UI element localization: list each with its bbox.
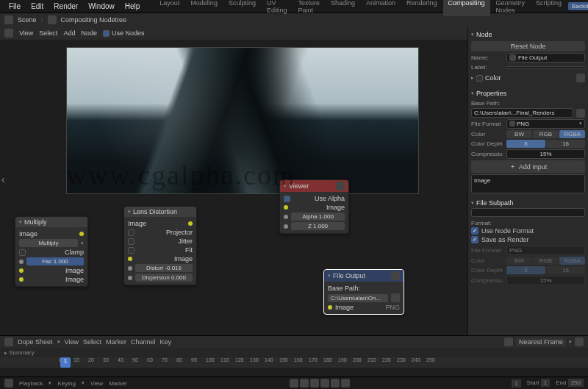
jump-end-icon[interactable] <box>341 379 350 388</box>
projector-checkbox[interactable] <box>128 229 135 236</box>
viewer-z-field[interactable]: Z 1.000 <box>291 222 345 230</box>
use-node-format-checkbox[interactable]: ✓ <box>471 227 478 235</box>
workspace-tab-sculpting[interactable]: Sculpting <box>223 0 261 16</box>
workspace-tab-rendering[interactable]: Rendering <box>401 0 442 16</box>
menu-help[interactable]: Help <box>121 1 145 12</box>
dispersion-field[interactable]: Dispersion 0.000 <box>135 274 193 282</box>
file-out-image-socket[interactable]: Image <box>335 304 354 311</box>
node-lens-distortion[interactable]: ▾ Lens Distortion Image Projector Jitter… <box>123 206 197 285</box>
workspace-tab-uv-editing[interactable]: UV Editing <box>262 0 293 16</box>
socket-in-image2[interactable]: Image <box>65 276 84 283</box>
sb-view[interactable]: View <box>90 380 103 387</box>
props-basepath-input[interactable]: C:\Users\alan\...Final_Renders <box>471 108 573 118</box>
workspace-tab-animation[interactable]: Animation <box>361 0 401 16</box>
menu-file[interactable]: File <box>4 1 25 12</box>
workspace-tab-compositing[interactable]: Compositing <box>443 0 490 16</box>
seg-option[interactable]: BW <box>506 130 532 138</box>
chevron-right-icon[interactable]: ▸ <box>4 350 7 355</box>
viewer-pin-icon[interactable] <box>336 182 345 190</box>
nh-view[interactable]: View <box>19 29 33 37</box>
nodetree-name[interactable]: Compositing Nodetree <box>61 16 127 24</box>
base-path-field[interactable]: C:\Users\alan\On... <box>328 294 388 302</box>
node-multiply[interactable]: ▾ Multiply Image Multiply▾ Clamp Fac 1.0… <box>15 216 88 287</box>
menu-edit[interactable]: Edit <box>26 1 48 12</box>
menu-window[interactable]: Window <box>84 1 119 12</box>
viewer-alpha-field[interactable]: Alpha 1.000 <box>291 213 345 221</box>
tl-marker[interactable]: Marker <box>106 338 126 346</box>
start-frame-input[interactable]: 1 <box>541 379 550 387</box>
node-viewer-header[interactable]: ▾ Viewer <box>280 180 348 192</box>
seg-option[interactable]: RGBA <box>559 130 585 138</box>
folder-icon[interactable] <box>391 293 400 302</box>
panel-properties-header[interactable]: Properties <box>476 90 506 97</box>
distort-field[interactable]: Distort -0.016 <box>135 264 193 272</box>
chevron-down-icon[interactable]: ▾ <box>128 209 131 215</box>
panel-menu-icon[interactable] <box>576 74 585 82</box>
seg-option[interactable]: BW <box>506 257 532 265</box>
summary-label[interactable]: Summary <box>9 349 34 356</box>
timeline-track[interactable]: ▸ Summary 1 0102030405060708090100110120… <box>0 348 588 376</box>
workspace-tab-geometry-nodes[interactable]: Geometry Nodes <box>491 0 531 16</box>
file-subpath-header[interactable]: File Subpath <box>476 199 514 207</box>
file-format-select[interactable]: PNG <box>517 121 529 127</box>
node-lens-header[interactable]: ▾ Lens Distortion <box>124 207 196 217</box>
snap-icon[interactable] <box>504 338 513 346</box>
list-item[interactable]: Image <box>474 177 490 184</box>
lens-in-image[interactable]: Image <box>174 255 193 263</box>
end-frame-input[interactable]: 250 <box>568 379 584 387</box>
play-reverse-icon[interactable] <box>310 379 319 388</box>
panel-color-header[interactable]: Color <box>485 74 501 82</box>
viewer-in-image[interactable]: Image <box>326 204 345 211</box>
folder-icon[interactable] <box>576 109 585 118</box>
tl-key[interactable]: Key <box>159 338 171 346</box>
name-input[interactable]: File Output <box>518 54 547 61</box>
compositor-editor[interactable]: View Select Add Node Use Nodes ‹ www.cga… <box>0 26 467 335</box>
scene-data-icon[interactable] <box>4 15 13 24</box>
seg-option[interactable]: RGB <box>533 130 559 138</box>
file-output-settings-icon[interactable] <box>391 271 400 280</box>
input-list[interactable]: Image <box>471 174 585 193</box>
color-enable-checkbox[interactable] <box>476 75 483 82</box>
scene-name[interactable]: Scene <box>18 16 37 24</box>
menu-render[interactable]: Render <box>49 1 82 12</box>
clamp-checkbox[interactable] <box>19 249 26 256</box>
sidebar-collapse-icon[interactable]: ‹ <box>1 174 5 185</box>
add-input-button[interactable]: ＋Add Input <box>471 160 585 173</box>
blend-mode-select[interactable]: Multiply <box>19 239 78 247</box>
workspace-tab-scripting[interactable]: Scripting <box>531 0 567 16</box>
snap-mode-select[interactable]: Nearest Frame <box>516 338 566 346</box>
fac-field[interactable]: Fac 1.000 <box>26 257 84 265</box>
node-file-output-header[interactable]: ▾ File Output <box>324 270 404 282</box>
chevron-down-icon[interactable]: ▾ <box>328 273 331 279</box>
tl-view[interactable]: View <box>65 338 79 346</box>
use-nodes-checkbox[interactable] <box>103 30 110 37</box>
panel-node-header[interactable]: Node <box>476 31 492 38</box>
sb-marker[interactable]: Marker <box>109 380 127 387</box>
jump-start-icon[interactable] <box>290 379 298 388</box>
save-as-render-checkbox[interactable]: ✓ <box>471 236 478 243</box>
nh-node[interactable]: Node <box>81 29 97 37</box>
play-icon[interactable] <box>320 379 329 388</box>
timeline-icon[interactable] <box>4 379 13 388</box>
node-multiply-header[interactable]: ▾ Multiply <box>15 217 87 227</box>
workspace-tab-shading[interactable]: Shading <box>326 0 360 16</box>
seg-option[interactable]: 16 <box>546 140 585 148</box>
dopesheet-mode[interactable]: Dope Sheet <box>18 338 53 346</box>
color-mode-segment[interactable]: BWRGBRGBA <box>506 130 585 138</box>
sb-playback[interactable]: Playback <box>19 380 43 387</box>
jitter-checkbox[interactable] <box>128 238 135 245</box>
playhead[interactable]: 1 <box>60 357 71 368</box>
seg-option[interactable]: RGB <box>533 257 559 265</box>
chevron-down-icon[interactable]: ▾ <box>471 32 474 38</box>
prev-keyframe-icon[interactable] <box>300 379 309 388</box>
next-keyframe-icon[interactable] <box>331 379 340 388</box>
backdrop-toggle[interactable]: Backdrop <box>568 2 588 10</box>
node-viewer[interactable]: ▾ Viewer Use Alpha Image Alpha 1.000 Z 1… <box>279 179 349 234</box>
filter-icon[interactable] <box>575 338 584 346</box>
socket-in-image1[interactable]: Image <box>65 267 84 274</box>
fit-checkbox[interactable] <box>128 247 135 254</box>
chevron-down-icon[interactable]: ▾ <box>471 90 474 96</box>
file-subpath-input[interactable] <box>471 208 585 217</box>
node-file-output[interactable]: ▾ File Output Base Path: C:\Users\alan\O… <box>323 269 404 315</box>
chevron-down-icon[interactable]: ▾ <box>471 200 474 206</box>
